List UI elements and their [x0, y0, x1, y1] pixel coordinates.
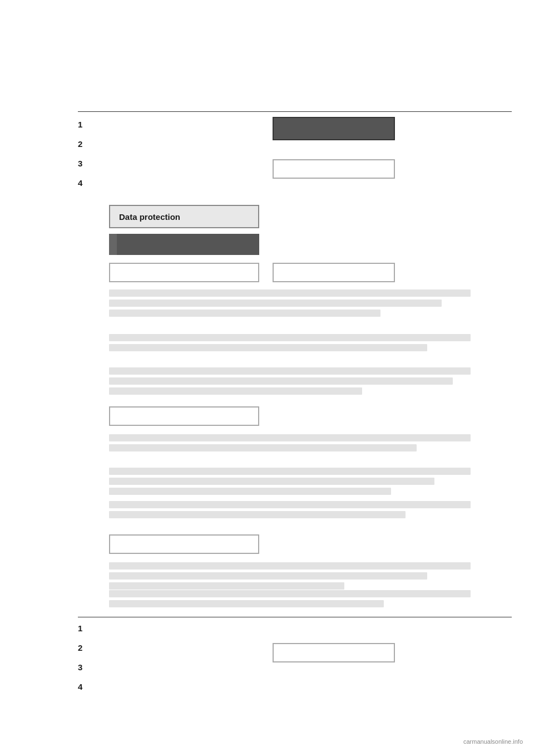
- input-box-mid[interactable]: [109, 406, 259, 426]
- numbered-list-bottom: 1 2 3 4: [78, 624, 95, 701]
- light-box-top: [273, 159, 395, 179]
- right-box-top-area: [273, 117, 395, 181]
- accent-bar-section: [109, 234, 259, 255]
- text-block-7: [109, 562, 471, 592]
- text-block-3: [109, 367, 471, 397]
- input-box-1[interactable]: [109, 263, 259, 282]
- bottom-list-number-4: 4: [78, 682, 95, 691]
- bottom-list-item-1: 1: [78, 624, 95, 633]
- top-rule: [78, 111, 512, 112]
- numbered-list-top: 1 2 3 4: [78, 120, 95, 198]
- list-item-4: 4: [78, 178, 95, 188]
- dark-box-top: [273, 117, 395, 140]
- text-block-6: [109, 501, 471, 521]
- bottom-list-item-2: 2: [78, 643, 95, 652]
- page-container: 1 2 3 4 Data protection: [0, 0, 534, 756]
- bottom-list-number-2: 2: [78, 643, 95, 652]
- bottom-list-item-4: 4: [78, 682, 95, 691]
- list-item-3: 3: [78, 159, 95, 168]
- text-block-8: [109, 590, 471, 610]
- input-box-right-1[interactable]: [273, 263, 395, 282]
- bottom-list-number-3: 3: [78, 662, 95, 672]
- data-protection-label: Data protection: [119, 212, 180, 222]
- footer-watermark: carmanualsonline.info: [463, 738, 523, 745]
- accent-bar: [109, 234, 117, 255]
- list-number-4: 4: [78, 178, 95, 188]
- list-item-2: 2: [78, 139, 95, 149]
- input-box-bottom-right[interactable]: [273, 643, 395, 662]
- text-block-2: [109, 334, 471, 354]
- accent-dark-box: [117, 234, 259, 255]
- text-block-5: [109, 468, 471, 498]
- text-block-1: [109, 289, 471, 320]
- bottom-list-number-1: 1: [78, 624, 95, 633]
- text-block-4: [109, 434, 471, 454]
- list-number-2: 2: [78, 139, 95, 149]
- input-box-lower[interactable]: [109, 534, 259, 554]
- bottom-list-item-3: 3: [78, 662, 95, 672]
- data-protection-box: Data protection: [109, 205, 259, 228]
- mid-rule: [78, 617, 512, 617]
- list-number-3: 3: [78, 159, 95, 168]
- list-item-1: 1: [78, 120, 95, 129]
- list-number-1: 1: [78, 120, 95, 129]
